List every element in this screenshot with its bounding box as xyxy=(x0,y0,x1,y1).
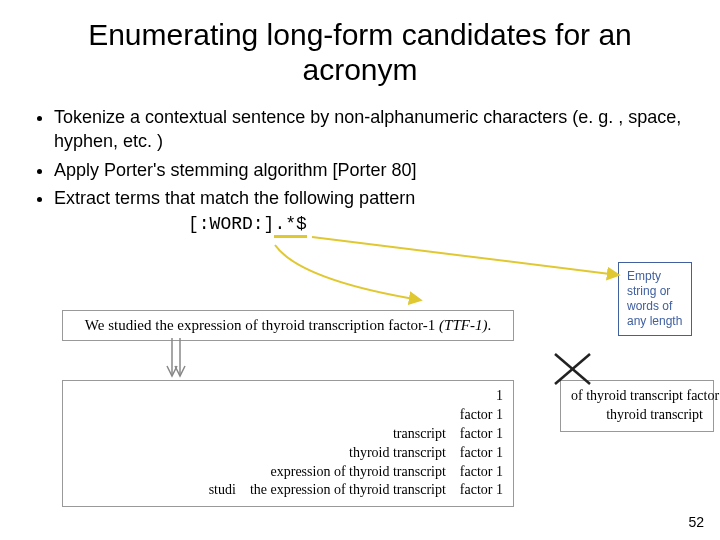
bullet-list: Tokenize a contextual sentence by non-al… xyxy=(54,105,692,210)
arrow-pattern-to-sentence xyxy=(275,245,420,300)
candidate-row: factor 1 xyxy=(73,406,503,425)
pattern-text: [:WORD:].*$ xyxy=(188,214,692,238)
slide-title: Enumerating long-form candidates for an … xyxy=(28,18,692,87)
candidate-row: transcript factor 1 xyxy=(73,425,503,444)
candidate-row: 1 xyxy=(73,387,503,406)
candidate-row: thyroid transcript factor 1 xyxy=(73,444,503,463)
bullet-item: Extract terms that match the following p… xyxy=(54,186,692,210)
slide: Enumerating long-form candidates for an … xyxy=(0,0,720,540)
example-sentence-box: We studied the expression of thyroid tra… xyxy=(62,310,514,341)
pattern-rest-token: .*$ xyxy=(274,214,306,238)
bullet-item: Apply Porter's stemming algorithm [Porte… xyxy=(54,158,692,182)
candidate-list-rejected: of thyroid transcript factor 1 thyroid t… xyxy=(560,380,714,432)
page-number: 52 xyxy=(688,514,704,530)
sentence-post: . xyxy=(487,317,491,333)
candidate-list-accepted: 1 factor 1 transcript factor 1 thyroid t… xyxy=(62,380,514,507)
double-arrow-down-icon xyxy=(172,338,180,376)
candidate-row: expression of thyroid transcript factor … xyxy=(73,463,503,482)
sentence-pre: We studied the expression of thyroid tra… xyxy=(85,317,439,333)
pattern-word-token: [:WORD:] xyxy=(188,214,274,234)
candidate-row: of thyroid transcript factor 1 xyxy=(571,387,703,406)
arrow-pattern-to-callout xyxy=(312,237,618,275)
candidate-row: studi the expression of thyroid transcri… xyxy=(73,481,503,500)
bullet-item: Tokenize a contextual sentence by non-al… xyxy=(54,105,692,154)
callout-empty-string: Empty string or words of any length xyxy=(618,262,692,336)
sentence-acronym: (TTF-1) xyxy=(439,317,487,333)
candidate-row: thyroid transcript xyxy=(571,406,703,425)
